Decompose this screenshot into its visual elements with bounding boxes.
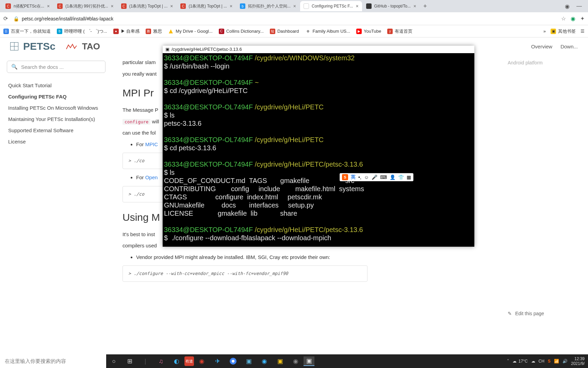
search-placeholder: 在这里输入你要搜索的内容	[5, 358, 66, 365]
youdao-icon[interactable]: 有道	[184, 356, 194, 366]
tao-icon	[66, 43, 77, 50]
bookmark-item[interactable]: ●▶ 自卑感	[113, 28, 140, 34]
nav-overview[interactable]: Overview	[531, 44, 553, 49]
svg-point-5	[232, 360, 234, 363]
url-box[interactable]: 🔒 petsc.org/release/install/install/#bla…	[13, 16, 113, 21]
bookmark-item[interactable]: b哔哩哔哩 ( ゜- ゜)つ...	[57, 28, 107, 34]
ime-toolbar[interactable]: S 英 •, ☺ 🎤 ⌨ 👤 👕 ▦	[340, 173, 413, 181]
bookmarks-overflow[interactable]: »	[543, 29, 546, 34]
bookmark-label: Dashboard	[277, 29, 299, 34]
edit-this-page[interactable]: ✎ Edit this page	[508, 311, 583, 316]
sidebar-item[interactable]: Quick Start Tutorial	[7, 80, 105, 91]
tab-6[interactable]: GitHub - topopt/To...×	[363, 1, 420, 11]
text: you really want	[122, 71, 157, 77]
puzzle-icon[interactable]: ✦	[580, 15, 585, 22]
close-icon[interactable]: ×	[413, 3, 416, 9]
close-icon[interactable]: ×	[47, 3, 50, 9]
bookmark-label: 雅思	[153, 28, 162, 34]
volume-icon[interactable]: 🔊	[562, 359, 568, 364]
taskbar-search[interactable]: 在这里输入你要搜索的内容	[0, 354, 106, 368]
bookmark-label: 有道首页	[395, 28, 412, 34]
favicon: C	[5, 3, 11, 9]
tab-3[interactable]: C(1条消息) TopOpt | ...×	[177, 1, 236, 11]
ime-indicator[interactable]: CH	[539, 359, 544, 364]
tab-2[interactable]: C(1条消息) TopOpt | ...×	[118, 1, 177, 11]
tab-5[interactable]: ▣Configuring PETSc F...×	[300, 1, 362, 11]
wifi-icon[interactable]: 📶	[554, 359, 559, 364]
explorer-icon[interactable]: ▣	[272, 354, 288, 368]
link[interactable]: Open	[145, 174, 158, 180]
cortana-icon[interactable]: ○	[106, 354, 122, 368]
terminal-title: /cygdrive/g/HeLi/PETC/petsc-3.13.6	[172, 47, 242, 52]
chrome-icon[interactable]	[225, 354, 241, 368]
terminal-taskbar-icon[interactable]: ▣	[304, 356, 314, 366]
weather-widget[interactable]: ☁ 17°C	[512, 359, 528, 364]
sidebar-item[interactable]: License	[7, 136, 105, 147]
close-icon[interactable]: ×	[230, 3, 232, 9]
terminal-body[interactable]: 36334@DESKTOP-OL7494F /cygdrive/c/WINDOW…	[163, 53, 474, 243]
ime-lang[interactable]: 英	[351, 174, 356, 180]
taskbar-clock[interactable]: 12:39 2021/9/	[571, 356, 585, 366]
ime-voice-icon[interactable]: 🎤	[372, 174, 377, 180]
terminal-titlebar[interactable]: ▣ /cygdrive/g/HeLi/PETC/petsc-3.13.6	[163, 46, 474, 53]
bookmark-icon: 百	[3, 29, 9, 34]
extension-icon[interactable]: ◉	[571, 15, 575, 22]
reading-list-icon[interactable]: ☰	[581, 29, 585, 34]
search-icon: 🔍	[11, 64, 18, 70]
tab-0[interactable]: Cn搭配PETSc在...×	[2, 1, 53, 11]
ime-punct-icon[interactable]: •,	[358, 174, 361, 180]
new-tab-button[interactable]: +	[420, 3, 430, 10]
sidebar-item[interactable]: Installing PETSc On Microsoft Windows	[7, 102, 105, 113]
ime-keyboard-icon[interactable]: ⌨	[380, 174, 387, 180]
itunes-icon[interactable]: ♫	[153, 354, 169, 368]
tao-logo[interactable]: TAO	[66, 41, 100, 52]
minimize-icon[interactable]: —	[576, 3, 582, 10]
terminal-window[interactable]: ▣ /cygdrive/g/HeLi/PETC/petsc-3.13.6 363…	[163, 46, 474, 247]
petsc-logo[interactable]: PETSc	[10, 41, 55, 52]
bookmark-item[interactable]: CCollins Dictionary...	[219, 29, 264, 34]
taskview-icon[interactable]: ⊞	[122, 354, 137, 368]
bookmark-icon: C	[219, 29, 224, 34]
bookmark-item[interactable]: ⊕Family Album US...	[305, 29, 350, 34]
store-icon[interactable]: ▣	[241, 354, 257, 368]
sidebar-item[interactable]: Maintaining Your PETSc Installation(s)	[7, 113, 105, 125]
tab-label: GitHub - topopt/To...	[374, 4, 411, 9]
favicon: ▣	[304, 3, 309, 9]
close-icon[interactable]: ×	[293, 3, 296, 9]
ime-user-icon[interactable]: 👤	[390, 174, 395, 180]
bookmark-item[interactable]: 雅雅思	[146, 28, 162, 34]
close-icon[interactable]: ×	[356, 3, 358, 9]
bookmark-item[interactable]: 百百度一下，你就知道	[3, 28, 51, 34]
onedrive-icon[interactable]: ☁	[531, 359, 535, 364]
tab-4[interactable]: b拓扑拓扑_的个人空间...×	[236, 1, 299, 11]
sogou-icon[interactable]: S	[342, 174, 348, 180]
sogou-tray-icon[interactable]: S	[548, 359, 551, 364]
ime-grid-icon[interactable]: ▦	[407, 174, 411, 180]
netease-icon[interactable]: ◉	[194, 354, 210, 368]
link[interactable]: MPIC	[145, 141, 158, 147]
reload-icon[interactable]: ⟳	[3, 15, 8, 22]
account-icon[interactable]: ◉	[565, 3, 570, 10]
bookmark-label: 百度一下，你就知道	[11, 28, 51, 34]
close-icon[interactable]: ×	[170, 3, 173, 9]
sidebar-item[interactable]: Supported External Software	[7, 125, 105, 136]
sidebar-item[interactable]: Configuring PETSc FAQ	[7, 91, 105, 102]
star-icon[interactable]: ☆	[561, 15, 566, 22]
ime-emoji-icon[interactable]: ☺	[364, 174, 369, 180]
bookmark-item[interactable]: 短Dashboard	[270, 29, 299, 34]
tray-overflow[interactable]: ˄	[507, 359, 509, 364]
edge-icon[interactable]: ◐	[169, 354, 184, 368]
ime-skin-icon[interactable]: 👕	[398, 174, 404, 180]
docs-search[interactable]: 🔍 Search the docs ...	[7, 61, 105, 73]
tab-label: Configuring PETSc F...	[312, 4, 353, 9]
other-bookmarks[interactable]: ▣其他书签	[551, 28, 576, 34]
feishu-icon[interactable]: ✈	[210, 354, 225, 368]
nav-download[interactable]: Down...	[560, 44, 578, 49]
bookmark-item[interactable]: My Drive - Googl...	[168, 29, 212, 34]
bookmark-item[interactable]: y有道首页	[387, 28, 412, 34]
obs-icon[interactable]: ◉	[288, 354, 304, 368]
tab-1[interactable]: C(1条消息) 99行拓扑优...×	[54, 1, 117, 11]
bookmark-item[interactable]: ▶YouTube	[356, 29, 381, 34]
qq-icon[interactable]: ◉	[257, 354, 272, 368]
close-icon[interactable]: ×	[111, 3, 114, 9]
